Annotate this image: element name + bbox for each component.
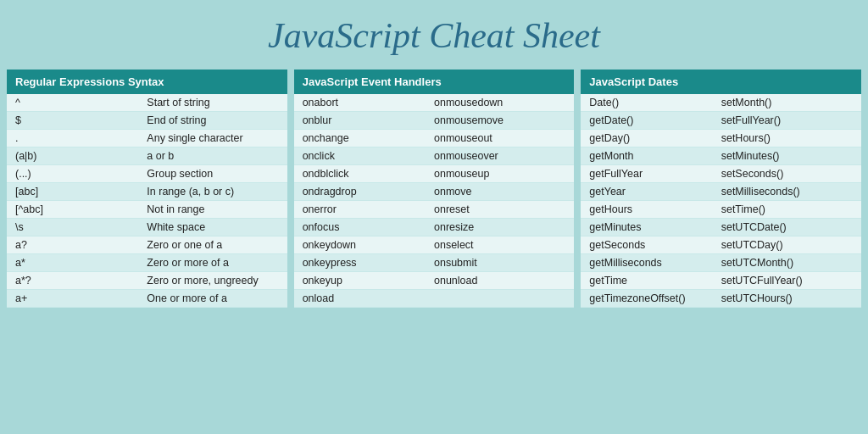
cell-left: onabort [303, 97, 434, 108]
cell-left: ^ [15, 97, 147, 108]
cell-left: getTimezoneOffset() [589, 292, 721, 304]
cell-left: $ [15, 114, 147, 126]
cell-right: onsubmit [434, 257, 565, 269]
cell-left: onload [303, 292, 434, 304]
col-header-dates: JavaScript Dates [581, 70, 861, 94]
table-row: onkeyuponunload [294, 272, 575, 290]
cell-left: getMilliseconds [589, 257, 721, 269]
cell-right: End of string [147, 114, 278, 126]
cell-right: a or b [147, 150, 278, 162]
cell-left: Date() [589, 97, 721, 108]
table-row: [^abc]Not in range [7, 201, 287, 219]
cell-left: onkeydown [303, 239, 434, 251]
cell-left: (...) [15, 168, 147, 180]
cell-right: Start of string [147, 97, 278, 108]
cell-left: getMinutes [589, 221, 721, 233]
table-row: a+One or more of a [7, 290, 287, 308]
cell-right: setUTCFullYear() [721, 275, 853, 287]
cell-right: setUTCDate() [721, 221, 853, 233]
column-events: JavaScript Event Handlersonabortonmoused… [294, 70, 575, 308]
table-row: ondragdroponmove [294, 183, 575, 201]
col-body-dates: Date()setMonth()getDate()setFullYear()ge… [581, 94, 861, 308]
cell-right: onresize [434, 221, 565, 233]
table-row: getSecondssetUTCDay() [581, 236, 861, 254]
cell-left: getMonth [589, 150, 721, 162]
cell-left: getTime [589, 275, 721, 287]
cell-right: Zero or one of a [147, 239, 278, 251]
cell-right: setTime() [721, 203, 853, 215]
cell-right: onreset [434, 203, 565, 215]
cell-left: getYear [589, 186, 721, 198]
cell-right: onselect [434, 239, 565, 251]
cell-left: [^abc] [15, 203, 147, 215]
table-row: a?Zero or one of a [7, 236, 287, 254]
table-row: getYearsetMilliseconds() [581, 183, 861, 201]
cell-left: onfocus [303, 221, 434, 233]
table-row: getDate()setFullYear() [581, 112, 861, 130]
cell-right: Zero or more, ungreedy [147, 275, 278, 287]
cell-right: One or more of a [147, 292, 278, 304]
cell-left: ondragdrop [303, 186, 434, 198]
table-row: getFullYearsetSeconds() [581, 165, 861, 183]
table-row: getDay()setHours() [581, 130, 861, 147]
table-row: getTimezoneOffset()setUTCHours() [581, 290, 861, 308]
table-row: onkeypressonsubmit [294, 254, 575, 272]
cell-left: getDate() [589, 114, 721, 126]
cell-left: [abc] [15, 186, 147, 198]
cell-right: setMilliseconds() [721, 186, 853, 198]
table-row: onload [294, 290, 575, 308]
table-row: onbluronmousemove [294, 112, 575, 130]
cell-left: getFullYear [589, 168, 721, 180]
cell-right: Any single character [147, 132, 278, 144]
cell-right: onmousemove [434, 114, 565, 126]
cell-left: a? [15, 239, 147, 251]
cell-right: setUTCDay() [721, 239, 853, 251]
cell-left: onerror [303, 203, 434, 215]
table-row: onchangeonmouseout [294, 130, 575, 147]
table-row: \sWhite space [7, 219, 287, 236]
cell-right: setMonth() [721, 97, 853, 108]
cell-left: \s [15, 221, 147, 233]
table-row: ^Start of string [7, 94, 287, 112]
cell-right: setUTCMonth() [721, 257, 853, 269]
table-row: ondblclickonmouseup [294, 165, 575, 183]
cell-left: a* [15, 257, 147, 269]
cell-left: getHours [589, 203, 721, 215]
cell-right: Not in range [147, 203, 278, 215]
cell-right: White space [147, 221, 278, 233]
cell-left: a*? [15, 275, 147, 287]
col-body-events: onabortonmousedownonbluronmousemoveoncha… [294, 94, 575, 308]
cell-left: onchange [303, 132, 434, 144]
table-row: $End of string [7, 112, 287, 130]
table-row: getMillisecondssetUTCMonth() [581, 254, 861, 272]
cell-right: onunload [434, 275, 565, 287]
table-row: onerroronreset [294, 201, 575, 219]
cell-right: onmouseout [434, 132, 565, 144]
cell-left: . [15, 132, 147, 144]
cell-right: setSeconds() [721, 168, 853, 180]
table-row: getMonthsetMinutes() [581, 147, 861, 165]
cell-right: onmouseover [434, 150, 565, 162]
table-row: onfocusonresize [294, 219, 575, 236]
col-header-events: JavaScript Event Handlers [294, 70, 575, 94]
column-regex: Regular Expressions Syntax^Start of stri… [7, 70, 287, 308]
cell-right: onmouseup [434, 168, 565, 180]
table-row: onclickonmouseover [294, 147, 575, 165]
cell-right: setMinutes() [721, 150, 853, 162]
cell-left: getDay() [589, 132, 721, 144]
cell-right: setFullYear() [721, 114, 853, 126]
table-row: onabortonmousedown [294, 94, 575, 112]
cell-left: a+ [15, 292, 147, 304]
table-row: getHourssetTime() [581, 201, 861, 219]
cell-right: onmove [434, 186, 565, 198]
page-title: JavaScript Cheat Sheet [0, 0, 868, 70]
column-dates: JavaScript DatesDate()setMonth()getDate(… [581, 70, 861, 308]
cell-right [434, 292, 565, 304]
columns-container: Regular Expressions Syntax^Start of stri… [0, 70, 868, 314]
cell-left: (a|b) [15, 150, 147, 162]
cell-left: onkeyup [303, 275, 434, 287]
table-row: (...)Group section [7, 165, 287, 183]
table-row: (a|b)a or b [7, 147, 287, 165]
cell-left: onblur [303, 114, 434, 126]
table-row: [abc]In range (a, b or c) [7, 183, 287, 201]
